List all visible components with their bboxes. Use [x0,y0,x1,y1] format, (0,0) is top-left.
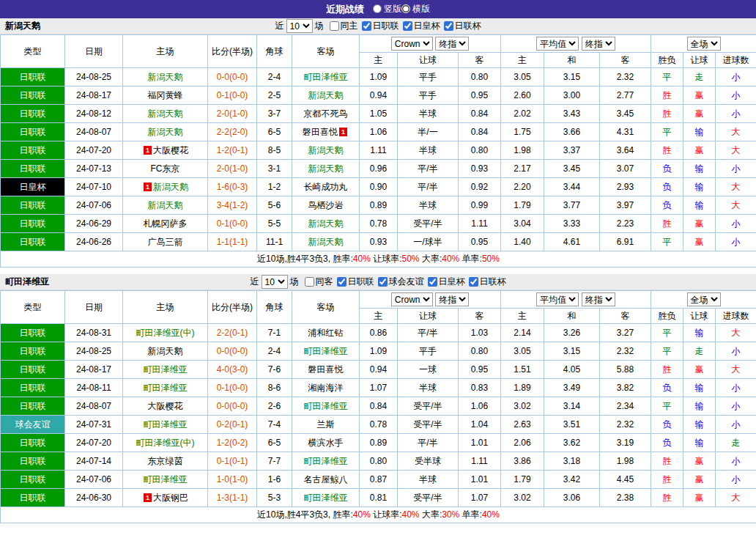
scope-select[interactable]: 全场 [687,292,721,306]
score-cell: 4-0(3-0) [208,361,257,379]
league-filter[interactable]: 同客 [305,276,333,288]
home-team-link[interactable]: 町田泽维亚 [144,364,188,375]
league-filter[interactable]: 日皇杯 [403,20,440,32]
away-team-link[interactable]: 町田泽维亚 [304,493,348,503]
away-team-link[interactable]: 鸟栖沙岩 [308,200,344,210]
avg-provider-select[interactable]: 平均值 [536,37,579,51]
home-team-link[interactable]: 东京绿茵 [148,456,183,466]
score-link[interactable]: 2-0(1-0) [217,163,248,174]
layout-radio[interactable] [401,4,410,13]
away-team-link[interactable]: 町田泽维亚 [304,401,348,411]
avg-home-odds: 3.02 [501,489,544,507]
away-team-link[interactable]: 磐田喜悦 [308,364,344,375]
away-team-cell: 横滨水手 [292,434,360,452]
match-count-select[interactable]: 10 [286,19,313,33]
home-team-link[interactable]: 町田泽维亚(中) [136,328,195,338]
avg-provider-select[interactable]: 平均值 [536,292,579,306]
away-team-link[interactable]: 町田泽维亚 [304,72,348,82]
league-filter-checkbox[interactable] [444,21,453,31]
score-link[interactable]: 2-2(0-1) [217,328,248,338]
home-team-link[interactable]: 大阪樱花 [153,145,188,155]
handicap-provider-select[interactable]: Crown [391,292,433,306]
league-filter[interactable]: 日皇杯 [428,276,465,288]
home-team-link[interactable]: 大阪樱花 [148,401,183,411]
league-filter-checkbox[interactable] [305,277,314,287]
league-filter-checkbox[interactable] [378,277,388,287]
league-filter-checkbox[interactable] [428,277,437,287]
home-team-link[interactable]: 大阪钢巴 [153,493,188,503]
score-link[interactable]: 3-4(1-2) [217,200,248,210]
handicap-provider-select[interactable]: Crown [391,37,433,51]
score-link[interactable]: 1-2(0-1) [217,145,248,155]
home-team-link[interactable]: 福冈黄蜂 [148,90,183,100]
score-link[interactable]: 0-1(0-1) [217,456,248,466]
avg-stage-select[interactable]: 终指 [582,37,615,51]
home-team-link[interactable]: 新潟天鹅 [148,346,183,356]
home-team-link[interactable]: 新潟天鹅 [153,182,188,192]
away-team-link[interactable]: 新潟天鹅 [308,237,344,247]
score-link[interactable]: 2-0(1-0) [217,108,248,119]
away-team-link[interactable]: 名古屋鲸八 [304,474,348,484]
away-team-link[interactable]: 新潟天鹅 [308,163,344,174]
home-team-link[interactable]: 新潟天鹅 [148,108,183,119]
avg-away-odds: 4.45 [600,471,651,489]
away-team-link[interactable]: 町田泽维亚 [304,346,348,356]
home-team-link[interactable]: 札幌冈萨多 [144,218,188,229]
league-filter-checkbox[interactable] [362,21,371,31]
score-link[interactable]: 1-6(0-3) [217,182,248,192]
handicap-stage-select[interactable]: 终指 [435,37,469,51]
league-filter[interactable]: 日职联 [362,20,399,32]
away-team-link[interactable]: 磐田喜悦 [303,127,338,137]
away-team-link[interactable]: 新潟天鹅 [308,90,344,100]
score-link[interactable]: 2-2(2-0) [217,127,248,137]
league-filter[interactable]: 同主 [330,20,358,32]
avg-stage-select[interactable]: 终指 [582,292,615,306]
score-link[interactable]: 0-1(0-0) [217,90,248,100]
home-team-link[interactable]: 新潟天鹅 [148,200,183,210]
home-team-link[interactable]: 新潟天鹅 [148,127,183,137]
layout-radio[interactable] [373,4,382,13]
score-link[interactable]: 0-1(0-0) [217,218,248,229]
away-team-link[interactable]: 浦和红钻 [308,328,344,338]
away-team-link[interactable]: 新潟天鹅 [308,218,344,229]
score-link[interactable]: 4-0(3-0) [217,364,248,375]
league-filter-checkbox[interactable] [469,277,478,287]
league-filter-checkbox[interactable] [337,277,346,287]
league-filter[interactable]: 日联杯 [444,20,481,32]
away-team-link[interactable]: 横滨水手 [308,438,344,448]
result-goals: 小 [716,416,756,434]
away-team-link[interactable]: 町田泽维亚 [304,456,348,466]
away-team-link[interactable]: 长崎成功丸 [304,182,348,192]
score-link[interactable]: 1-0(1-0) [217,474,248,484]
home-team-link[interactable]: 町田泽维亚 [144,474,188,484]
scope-select[interactable]: 全场 [687,37,721,51]
league-filter-checkbox[interactable] [403,21,412,31]
away-team-link[interactable]: 京都不死鸟 [304,108,348,119]
home-team-link[interactable]: 新潟天鹅 [148,72,183,82]
layout-option[interactable]: 横版 [401,3,430,15]
handicap-stage-select[interactable]: 终指 [435,292,469,306]
home-team-link[interactable]: 町田泽维亚 [144,383,188,393]
match-count-select[interactable]: 10 [262,275,288,289]
score-link[interactable]: 1-1(1-1) [217,237,248,247]
score-link[interactable]: 0-2(0-1) [217,419,248,430]
score-link[interactable]: 0-0(0-0) [217,346,248,356]
layout-option[interactable]: 竖版 [373,3,401,15]
score-link[interactable]: 0-0(0-0) [217,72,248,82]
score-link[interactable]: 0-0(0-0) [217,401,248,411]
away-team-link[interactable]: 兰斯 [317,419,335,430]
league-filter[interactable]: 球会友谊 [378,276,424,288]
league-filter[interactable]: 日职联 [337,276,374,288]
score-link[interactable]: 1-3(1-1) [217,493,248,503]
home-team-link[interactable]: 町田泽维亚(中) [136,438,195,448]
away-team-link[interactable]: 湘南海洋 [308,383,344,393]
score-link[interactable]: 0-1(0-0) [217,383,248,393]
home-team-link[interactable]: FC东京 [151,163,180,174]
home-team-link[interactable]: 町田泽维亚 [144,419,188,430]
away-team-link[interactable]: 新潟天鹅 [308,145,344,155]
score-link[interactable]: 1-2(0-2) [217,438,248,448]
home-team-link[interactable]: 广岛三箭 [148,237,183,247]
match-row: 日职联24-07-06新潟天鹅3-4(1-2)5-6鸟栖沙岩0.89半球0.99… [1,196,756,215]
league-filter[interactable]: 日联杯 [469,276,506,288]
league-filter-checkbox[interactable] [330,21,339,31]
